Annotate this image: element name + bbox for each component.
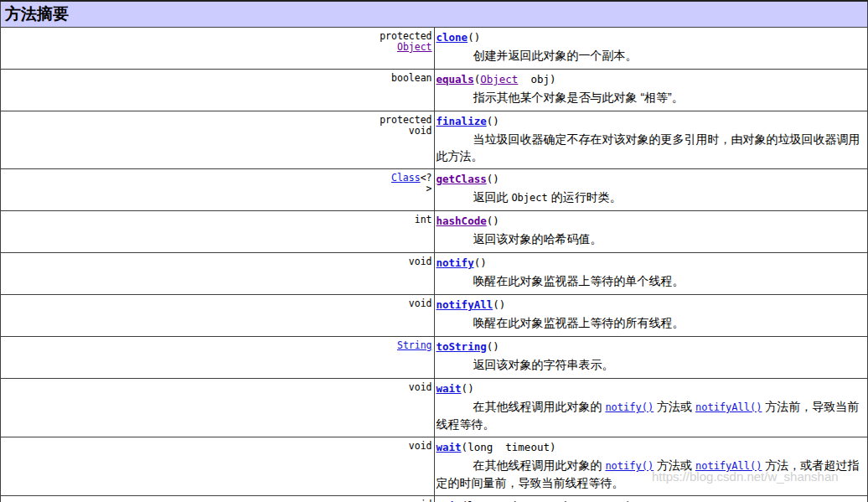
- return-type-line: Object: [2, 42, 432, 53]
- equals-equals-link[interactable]: equals: [437, 73, 474, 85]
- return-type-text: >: [426, 183, 432, 194]
- description-text: 返回该对象的哈希码值。: [473, 232, 602, 246]
- toString-String-link[interactable]: String: [397, 339, 432, 351]
- signature-text: (): [487, 340, 499, 353]
- return-type-cell: void: [1, 437, 435, 496]
- return-type-text: void: [409, 256, 432, 267]
- description-text: Object: [511, 192, 547, 204]
- notify-notify-link[interactable]: notify: [437, 256, 474, 269]
- method-signature: notify(): [437, 256, 865, 270]
- wait-wait-link[interactable]: wait: [437, 382, 462, 395]
- clone-Object-link[interactable]: Object: [397, 41, 432, 53]
- description-text: 唤醒在此对象监视器上等待的单个线程。: [473, 274, 685, 287]
- table-header-row: 方法摘要: [1, 1, 868, 28]
- return-type-text: void: [409, 298, 432, 309]
- method-row-wait-long-int: voidwait(long timeout, int nanos)在其他线程调用…: [1, 496, 868, 502]
- method-cell: getClass()返回此 Object 的运行时类。: [434, 169, 868, 211]
- method-row-equals: booleanequals(Object obj)指示其他某个对象是否与此对象 …: [1, 70, 868, 111]
- return-type-cell: void: [1, 496, 435, 502]
- return-type-line: Class<?: [2, 173, 432, 184]
- return-type-text: boolean: [391, 72, 431, 84]
- method-row-finalize: protectedvoidfinalize()当垃圾回收器确定不存在对该对象的更…: [1, 111, 868, 169]
- method-cell: notifyAll()唤醒在此对象监视器上等待的所有线程。: [434, 295, 868, 337]
- signature-text: (): [487, 115, 499, 127]
- method-cell: finalize()当垃圾回收器确定不存在对该对象的更多引用时，由对象的垃圾回收…: [434, 111, 868, 169]
- signature-text: (): [493, 298, 505, 311]
- getClass-Class-link[interactable]: Class: [391, 172, 421, 184]
- method-summary-table: 方法摘要 protectedObjectclone()创建并返回此对象的一个副本…: [0, 0, 868, 502]
- method-cell: equals(Object obj)指示其他某个对象是否与此对象 “相等”。: [434, 70, 868, 111]
- method-row-getClass: Class<?>getClass()返回此 Object 的运行时类。: [1, 169, 868, 211]
- return-type-text: protected: [380, 114, 431, 126]
- signature-text: (): [487, 173, 499, 185]
- return-type-line: protected: [2, 115, 432, 126]
- return-type-line: void: [2, 256, 432, 267]
- signature-text: (long timeout): [462, 441, 556, 453]
- method-row-toString: StringtoString()返回该对象的字符串表示。: [1, 337, 868, 379]
- method-signature: finalize(): [437, 115, 865, 128]
- description-text: 唤醒在此对象监视器上等待的所有线程。: [473, 316, 685, 329]
- signature-text: (): [468, 31, 480, 44]
- method-cell: clone()创建并返回此对象的一个副本。: [434, 28, 868, 70]
- equals-Object-link[interactable]: Object: [480, 73, 518, 85]
- method-signature: clone(): [437, 31, 865, 44]
- signature-text: (): [462, 382, 474, 395]
- finalize-finalize-link[interactable]: finalize: [437, 115, 487, 127]
- clone-clone-link[interactable]: clone: [437, 31, 468, 44]
- method-signature: getClass(): [437, 173, 865, 186]
- method-description: 指示其他某个对象是否与此对象 “相等”。: [437, 89, 865, 106]
- wait-long-wait-link[interactable]: wait: [437, 441, 462, 453]
- return-type-line: int: [2, 215, 432, 225]
- return-type-cell: String: [1, 337, 435, 379]
- return-type-cell: protectedvoid: [1, 111, 435, 169]
- return-type-line: void: [2, 441, 432, 452]
- return-type-line: void: [2, 298, 432, 309]
- method-description: 在其他线程调用此对象的 notify() 方法或 notifyAll() 方法，…: [437, 457, 865, 491]
- method-row-notify: voidnotify()唤醒在此对象监视器上等待的单个线程。: [1, 253, 868, 295]
- method-row-hashCode: inthashCode()返回该对象的哈希码值。: [1, 211, 868, 253]
- method-row-notifyAll: voidnotifyAll()唤醒在此对象监视器上等待的所有线程。: [1, 295, 868, 337]
- javadoc-page: { "colors": { "header_bg": "#ccccff", "l…: [0, 0, 868, 502]
- return-type-text: int: [415, 214, 432, 225]
- description-text: 方法或: [654, 458, 695, 472]
- description-text: 指示其他某个对象是否与此对象 “相等”。: [473, 91, 684, 104]
- return-type-line: >: [2, 184, 432, 194]
- wait-long-notifyAll-link[interactable]: notifyAll(): [695, 460, 762, 472]
- description-text: 返回此: [473, 190, 512, 204]
- method-description: 唤醒在此对象监视器上等待的所有线程。: [437, 314, 865, 331]
- wait-long-notify-link[interactable]: notify(): [605, 460, 654, 472]
- method-signature: wait(): [437, 382, 865, 396]
- notifyAll-notifyAll-link[interactable]: notifyAll: [437, 298, 493, 311]
- method-description: 当垃圾回收器确定不存在对该对象的更多引用时，由对象的垃圾回收器调用此方法。: [437, 131, 865, 164]
- wait-notify-link[interactable]: notify(): [605, 401, 654, 413]
- method-description: 唤醒在此对象监视器上等待的单个线程。: [437, 272, 865, 289]
- getClass-getClass-link[interactable]: getClass: [437, 173, 487, 185]
- return-type-text: <?: [421, 172, 432, 184]
- description-text: 返回该对象的字符串表示。: [473, 358, 614, 371]
- method-signature: equals(Object obj): [437, 73, 865, 86]
- method-cell: wait(long timeout, int nanos)在其他线程调用此对象的…: [434, 496, 868, 502]
- description-text: 在其他线程调用此对象的: [473, 400, 606, 413]
- method-description: 在其他线程调用此对象的 notify() 方法或 notifyAll() 方法前…: [437, 398, 865, 432]
- hashCode-hashCode-link[interactable]: hashCode: [437, 215, 487, 227]
- return-type-cell: void: [1, 253, 435, 295]
- method-signature: wait(long timeout): [437, 441, 865, 454]
- method-description: 返回此 Object 的运行时类。: [437, 189, 865, 206]
- return-type-text: void: [409, 125, 432, 137]
- description-text: 方法或: [654, 400, 695, 413]
- method-cell: wait(long timeout)在其他线程调用此对象的 notify() 方…: [434, 437, 868, 496]
- return-type-cell: void: [1, 295, 435, 337]
- description-text: 创建并返回此对象的一个副本。: [473, 49, 638, 62]
- method-cell: toString()返回该对象的字符串表示。: [434, 337, 868, 379]
- method-description: 创建并返回此对象的一个副本。: [437, 47, 865, 64]
- toString-toString-link[interactable]: toString: [437, 340, 487, 353]
- method-description: 返回该对象的哈希码值。: [437, 230, 865, 247]
- return-type-text: void: [409, 381, 432, 393]
- return-type-text: protected: [380, 30, 431, 42]
- method-cell: hashCode()返回该对象的哈希码值。: [434, 211, 868, 253]
- method-signature: hashCode(): [437, 215, 865, 228]
- wait-notifyAll-link[interactable]: notifyAll(): [695, 401, 762, 413]
- signature-text: obj): [518, 73, 555, 85]
- signature-text: (): [487, 215, 499, 227]
- return-type-cell: Class<?>: [1, 169, 435, 211]
